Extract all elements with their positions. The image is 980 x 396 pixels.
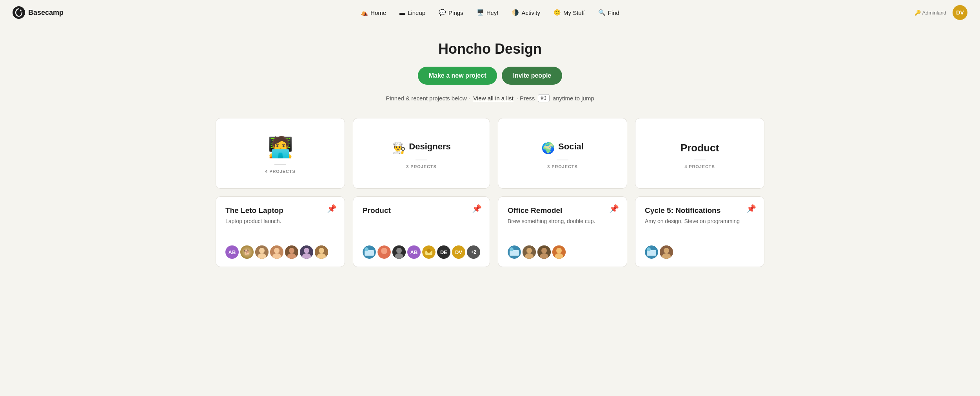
nav-mystuff-label: My Stuff	[563, 9, 585, 16]
team-card-2[interactable]: 🌍 Social 3 PROJECTS	[498, 118, 627, 189]
avatar-1-5: DE	[437, 245, 450, 259]
pin-icon-2: 📌	[609, 204, 619, 213]
find-icon: 🔍	[598, 9, 606, 16]
team-divider-3	[694, 160, 706, 160]
user-avatar[interactable]: DV	[953, 5, 967, 20]
project-card-0[interactable]: 📌 The Leto Laptop Laptop product launch.…	[216, 196, 345, 267]
hey-icon: 🖥️	[477, 9, 484, 16]
avatar-2-0	[508, 245, 521, 259]
team-name-1: Designers	[409, 142, 450, 152]
svg-point-18	[365, 247, 368, 251]
team-divider-2	[557, 160, 568, 160]
logo[interactable]: Basecamp	[13, 6, 64, 19]
nav-pings-label: Pings	[448, 9, 463, 16]
nav-home-label: Home	[370, 9, 386, 16]
activity-icon: 🌗	[512, 9, 519, 16]
team-card-1[interactable]: 👨‍🍳 Designers 3 PROJECTS	[353, 118, 490, 189]
nav-hey-label: Hey!	[486, 9, 499, 16]
svg-point-2	[259, 248, 265, 253]
subtitle-prefix: Pinned & recent projects below ·	[386, 95, 470, 102]
project-name-0: The Leto Laptop	[225, 206, 335, 215]
key-icon: 🔑	[915, 10, 921, 16]
nav-mystuff[interactable]: 🙂 My Stuff	[548, 6, 590, 19]
project-card-1[interactable]: 📌 Product AB DE DV +2	[353, 196, 490, 267]
navbar: Basecamp ⛺ Home ▬ Lineup 💬 Pings 🖥️ Hey!…	[0, 0, 980, 25]
navbar-right: 🔑 Adminland DV	[915, 5, 967, 20]
project-desc-3: Amy on design, Steve on programming	[645, 218, 755, 238]
project-avatars-0: AB 🐕	[225, 245, 335, 259]
svg-point-0	[13, 6, 25, 19]
team-count-0: 4 PROJECTS	[265, 169, 295, 174]
svg-point-41	[647, 247, 651, 251]
nav-pings[interactable]: 💬 Pings	[433, 6, 469, 19]
avatar-2-1	[523, 245, 536, 259]
main-content: Honcho Design Make a new project Invite …	[0, 25, 980, 291]
avatar-0-2	[255, 245, 269, 259]
project-card-2[interactable]: 📌 Office Remodel Brew something strong, …	[498, 196, 627, 267]
project-desc-2: Brew something strong, double cup.	[508, 218, 617, 238]
team-name-2: Social	[558, 142, 584, 152]
team-card-3[interactable]: Product 4 PROJECTS	[635, 118, 764, 189]
avatar-1-6: DV	[452, 245, 465, 259]
svg-point-5	[274, 248, 279, 253]
page-title: Honcho Design	[438, 41, 542, 57]
avatar-0-4	[285, 245, 298, 259]
avatar-0-1: 🐕	[240, 245, 254, 259]
team-count-2: 3 PROJECTS	[547, 164, 577, 169]
nav-activity[interactable]: 🌗 Activity	[506, 6, 546, 19]
nav-find[interactable]: 🔍 Find	[593, 6, 625, 19]
avatar-1-4	[422, 245, 436, 259]
action-buttons: Make a new project Invite people	[418, 67, 563, 85]
svg-point-29	[510, 247, 514, 251]
nav-hey[interactable]: 🖥️ Hey!	[471, 6, 504, 19]
project-desc-1	[363, 218, 480, 238]
lineup-icon: ▬	[399, 9, 405, 16]
team-divider-1	[416, 160, 427, 160]
team-emoji-0: 🧑‍💻	[268, 137, 293, 157]
keyboard-shortcut: ⌘J	[538, 94, 550, 102]
svg-point-26	[427, 249, 431, 253]
pin-icon-0: 📌	[327, 204, 337, 213]
avatar-0-6	[315, 245, 328, 259]
subtitle: Pinned & recent projects below · View al…	[386, 94, 594, 102]
avatar-more-1: +2	[467, 245, 480, 259]
project-card-3[interactable]: 📌 Cycle 5: Notifications Amy on design, …	[635, 196, 764, 267]
adminland-link[interactable]: 🔑 Adminland	[915, 10, 946, 16]
cards-grid: 🧑‍💻 4 PROJECTS 👨‍🍳 Designers 3 PROJECTS …	[216, 118, 764, 267]
team-divider-0	[274, 164, 286, 165]
team-card-0[interactable]: 🧑‍💻 4 PROJECTS	[216, 118, 345, 189]
svg-point-37	[556, 248, 562, 253]
avatar-0-3	[270, 245, 283, 259]
svg-point-31	[526, 248, 532, 253]
avatar-2-2	[537, 245, 551, 259]
avatar-1-3: AB	[407, 245, 421, 259]
project-avatars-2	[508, 245, 617, 259]
svg-point-34	[541, 248, 547, 253]
subtitle-middle: · Press	[517, 95, 535, 102]
svg-point-11	[304, 248, 309, 253]
avatar-1-1	[377, 245, 391, 259]
adminland-label: Adminland	[922, 10, 946, 16]
project-desc-0: Laptop product launch.	[225, 218, 335, 238]
svg-point-14	[319, 248, 324, 253]
nav-find-label: Find	[608, 9, 619, 16]
new-project-button[interactable]: Make a new project	[418, 67, 497, 85]
team-count-1: 3 PROJECTS	[406, 164, 436, 169]
team-emoji-1: 👨‍🍳	[392, 143, 406, 154]
nav-home[interactable]: ⛺ Home	[355, 6, 392, 19]
project-avatars-3	[645, 245, 755, 259]
invite-people-button[interactable]: Invite people	[502, 67, 562, 85]
project-name-3: Cycle 5: Notifications	[645, 206, 755, 215]
svg-point-22	[396, 248, 402, 253]
view-all-link[interactable]: View all in a list	[473, 95, 513, 102]
svg-point-20	[381, 248, 387, 254]
pin-icon-3: 📌	[746, 204, 756, 213]
avatar-3-1	[660, 245, 673, 259]
svg-point-43	[664, 248, 669, 253]
team-count-3: 4 PROJECTS	[684, 164, 715, 169]
avatar-2-3	[552, 245, 566, 259]
svg-point-8	[289, 248, 294, 253]
nav-lineup[interactable]: ▬ Lineup	[394, 6, 431, 19]
avatar-0-0: AB	[225, 245, 239, 259]
avatar-0-5	[300, 245, 313, 259]
